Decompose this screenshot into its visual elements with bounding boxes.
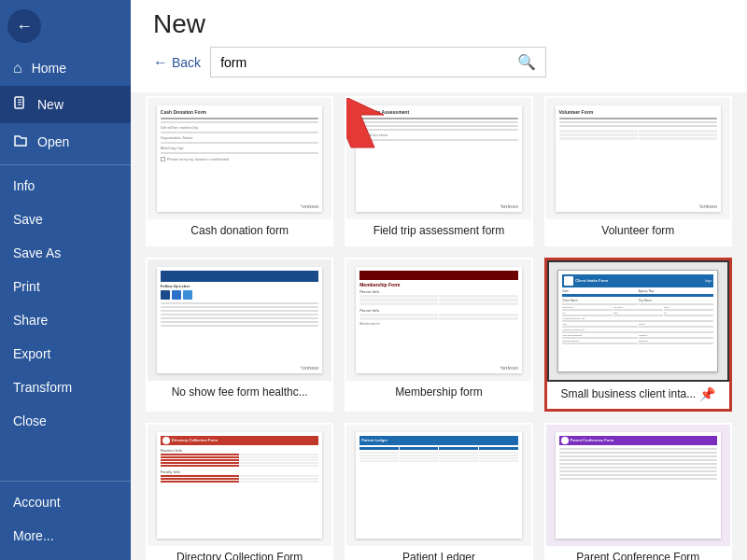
template-name-cash-donation: Cash donation form	[187, 219, 292, 239]
template-thumb-field-trip: Field Trip Assessment ▶ Field trip show …	[346, 98, 530, 219]
template-card-small-biz[interactable]: Client Intake Form logo Date:Agency Rep:…	[544, 258, 732, 412]
sidebar-item-export[interactable]: Export	[0, 337, 131, 371]
sidebar-divider	[0, 164, 131, 165]
back-arrow-icon: ←	[153, 54, 168, 71]
sidebar-item-close[interactable]: Close	[0, 404, 131, 438]
sidebar: ← ⌂ Home New Open	[0, 0, 131, 560]
template-name-patient: Patient Ledger	[399, 546, 479, 560]
template-name-conference: Parent Conference Form	[572, 546, 703, 560]
template-card-directory[interactable]: Directory Collection Form Student Info F…	[146, 423, 333, 560]
template-card-no-show[interactable]: Follow Up Letter ᶜontoso	[146, 258, 333, 412]
sidebar-nav: ⌂ Home New Open Info Sa	[0, 50, 131, 477]
template-thumb-patient: Patient Ledger	[346, 425, 530, 546]
page-title: New	[153, 9, 725, 39]
template-thumb-small-biz: Client Intake Form logo Date:Agency Rep:…	[547, 260, 729, 382]
template-name-directory: Directory Collection Form	[173, 546, 306, 560]
back-search-label: Back	[172, 55, 201, 70]
sidebar-bottom: Account More...	[0, 477, 131, 560]
home-icon: ⌂	[13, 60, 22, 77]
search-button[interactable]: 🔍	[508, 48, 545, 77]
template-thumb-no-show: Follow Up Letter ᶜontoso	[148, 259, 331, 381]
sidebar-item-print[interactable]: Print	[0, 270, 131, 303]
main-header: New ← Back 🔍	[131, 0, 747, 92]
template-card-membership[interactable]: Membership Form Parent Info Parent Info	[345, 258, 532, 412]
templates-grid: Cash Donation Form Gift will be matched …	[146, 96, 732, 560]
sidebar-item-account[interactable]: Account	[0, 485, 131, 519]
sidebar-item-open[interactable]: Open	[0, 123, 131, 161]
new-icon	[13, 95, 28, 114]
main-content: New ← Back 🔍 Cash Donation Form	[131, 0, 747, 560]
sidebar-item-home-label: Home	[32, 61, 66, 76]
templates-area: Cash Donation Form Gift will be matched …	[131, 92, 747, 560]
sidebar-item-more[interactable]: More...	[0, 519, 131, 553]
search-box: 🔍	[210, 47, 546, 77]
template-thumb-cash-donation: Cash Donation Form Gift will be matched …	[148, 98, 331, 219]
template-name-membership: Membership form	[391, 381, 486, 400]
search-input[interactable]	[211, 49, 508, 76]
sidebar-item-save[interactable]: Save	[0, 203, 131, 236]
sidebar-item-save-as[interactable]: Save As	[0, 236, 131, 270]
search-row: ← Back 🔍	[153, 47, 725, 77]
template-card-volunteer[interactable]: Volunteer Form ᶜontoso	[544, 96, 732, 246]
sidebar-divider-2	[0, 481, 131, 482]
sidebar-item-info[interactable]: Info	[0, 169, 131, 203]
template-card-conference[interactable]: Parent Conference Form Parent Conference…	[544, 423, 732, 560]
template-thumb-membership: Membership Form Parent Info Parent Info	[346, 259, 530, 381]
back-search-button[interactable]: ← Back	[153, 54, 201, 71]
template-name-field-trip: Field trip assessment form	[370, 219, 509, 239]
sidebar-item-home[interactable]: ⌂ Home	[0, 50, 131, 86]
back-button[interactable]: ←	[7, 9, 41, 43]
template-card-patient[interactable]: Patient Ledger	[345, 423, 532, 560]
pin-icon[interactable]: 📌	[699, 386, 715, 401]
template-thumb-directory: Directory Collection Form Student Info F…	[148, 425, 331, 546]
template-name-small-biz: Small business client inta... 📌	[557, 382, 719, 403]
sidebar-item-open-label: Open	[37, 134, 69, 149]
sidebar-item-transform[interactable]: Transform	[0, 371, 131, 404]
template-name-no-show: No show fee form healthc...	[168, 381, 312, 400]
sidebar-item-new[interactable]: New	[0, 86, 131, 123]
template-name-volunteer: Volunteer form	[598, 219, 678, 239]
template-card-cash-donation[interactable]: Cash Donation Form Gift will be matched …	[146, 96, 333, 246]
template-thumb-volunteer: Volunteer Form ᶜontoso	[546, 98, 730, 219]
sidebar-item-new-label: New	[37, 97, 63, 112]
sidebar-item-share[interactable]: Share	[0, 303, 131, 337]
template-thumb-conference: Parent Conference Form	[546, 425, 730, 546]
open-icon	[13, 133, 28, 151]
template-card-field-trip[interactable]: Field Trip Assessment ▶ Field trip show …	[345, 96, 532, 246]
